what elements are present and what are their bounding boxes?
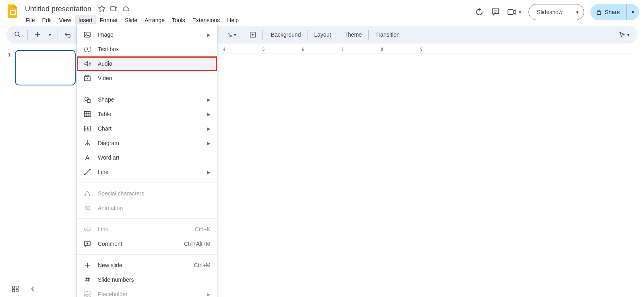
insert-menu-new-slide[interactable]: New slideCtrl+M <box>77 258 217 272</box>
menu-edit[interactable]: Edit <box>39 15 55 25</box>
menu-item-label: Link <box>98 226 188 233</box>
insert-menu-text-box[interactable]: Text box <box>77 42 217 56</box>
previous-slide-icon[interactable] <box>29 285 37 293</box>
ruler-tick: 8 <box>381 47 383 52</box>
image-icon <box>83 31 91 39</box>
star-icon[interactable] <box>98 5 106 13</box>
search-menus-button[interactable] <box>11 28 24 41</box>
menu-arrange[interactable]: Arrange <box>141 15 168 25</box>
insert-menu-word-art[interactable]: Word art <box>77 150 217 165</box>
ruler-tick: 9 <box>420 47 423 52</box>
toolbar-transition-button[interactable]: Transition <box>370 28 405 41</box>
new-slide-plus-button[interactable] <box>31 28 44 41</box>
menu-item-label: Diagram <box>98 140 201 146</box>
insert-menu-video[interactable]: Video <box>77 71 217 85</box>
menu-item-label: Animation <box>98 205 211 211</box>
submenu-arrow-icon: ▶ <box>207 127 211 131</box>
ruler-tick: 6 <box>302 47 304 52</box>
menu-file[interactable]: File <box>23 15 38 25</box>
slideshow-button[interactable]: Slideshow <box>529 4 571 20</box>
insert-menu-image[interactable]: Image▶ <box>77 27 217 42</box>
line-icon <box>83 168 91 176</box>
toolbar-layout-button[interactable]: Layout <box>310 28 336 41</box>
menu-item-shortcut: Ctrl+M <box>194 262 211 268</box>
insert-menu-diagram[interactable]: Diagram▶ <box>77 136 217 150</box>
slideshow-dropdown[interactable]: ▼ <box>571 4 584 20</box>
wordart-icon <box>83 154 91 162</box>
menu-item-label: Image <box>98 31 201 38</box>
insert-menu-audio[interactable]: Audio <box>77 56 217 71</box>
menu-item-label: Special characters <box>98 190 211 197</box>
insert-menu-slide-numbers[interactable]: Slide numbers <box>77 272 217 287</box>
insert-menu-chart[interactable]: Chart▶ <box>77 121 217 136</box>
ruler-tick: 5 <box>262 47 265 52</box>
menu-item-label: Table <box>98 111 201 117</box>
insert-menu-shape[interactable]: Shape▶ <box>77 92 217 107</box>
chart-icon <box>83 125 91 133</box>
version-history-icon[interactable] <box>475 7 484 17</box>
svg-rect-27 <box>11 11 15 14</box>
diagram-icon <box>83 139 91 147</box>
add-slide-button[interactable] <box>246 28 259 41</box>
menu-item-label: Placeholder <box>98 291 201 297</box>
menu-item-shortcut: Ctrl+K <box>195 226 211 233</box>
menu-item-label: Slide numbers <box>98 276 211 283</box>
menu-tools[interactable]: Tools <box>169 15 188 25</box>
plus-icon <box>83 261 91 269</box>
video-icon <box>83 74 91 82</box>
menu-insert[interactable]: Insert <box>75 15 96 25</box>
slide-filmstrip: 1 <box>0 46 80 293</box>
menu-item-label: Shape <box>98 96 201 103</box>
share-dropdown[interactable]: ▼ <box>626 4 639 20</box>
menu-help[interactable]: Help <box>224 15 242 25</box>
document-title[interactable]: Untitled presentation <box>23 4 94 14</box>
submenu-arrow-icon: ▶ <box>207 292 211 297</box>
slides-logo[interactable] <box>5 3 21 19</box>
comments-icon[interactable] <box>491 7 500 17</box>
slide-number: 1 <box>8 52 11 58</box>
comment-icon <box>83 240 91 248</box>
menu-item-label: Video <box>98 75 211 81</box>
meet-icon[interactable] <box>507 7 516 17</box>
insert-menu-line[interactable]: Line▶ <box>77 165 217 179</box>
insert-menu-placeholder: Placeholder▶ <box>77 287 217 297</box>
audio-icon <box>83 60 91 68</box>
hash-icon <box>83 276 91 284</box>
move-icon[interactable] <box>110 5 118 13</box>
menu-view[interactable]: View <box>56 15 74 25</box>
share-button[interactable]: Share <box>590 4 626 20</box>
link-icon <box>83 225 91 233</box>
line-tool-dropdown[interactable]: ↘▼ <box>225 28 239 41</box>
animation-icon <box>83 204 91 212</box>
menu-item-label: Text box <box>98 46 211 52</box>
menu-item-label: New slide <box>98 262 187 268</box>
menu-item-shortcut: Ctrl+Alt+M <box>184 241 211 247</box>
insert-menu-table[interactable]: Table▶ <box>77 107 217 121</box>
submenu-arrow-icon: ▶ <box>207 33 211 37</box>
menu-item-label: Audio <box>98 60 211 67</box>
submenu-arrow-icon: ▶ <box>207 112 211 116</box>
ruler-tick: 4 <box>223 47 225 52</box>
insert-menu-animation: Animation <box>77 201 217 215</box>
ruler-tick: 7 <box>341 47 344 52</box>
menu-extensions[interactable]: Extensions <box>189 15 223 25</box>
grid-view-icon[interactable] <box>11 285 19 293</box>
slide-thumbnail-1[interactable] <box>15 50 76 85</box>
table-icon <box>83 110 91 118</box>
menu-format[interactable]: Format <box>97 15 121 25</box>
cloud-status-icon[interactable] <box>122 5 130 13</box>
submenu-arrow-icon: ▶ <box>207 98 211 102</box>
undo-button[interactable] <box>61 28 74 41</box>
menu-item-label: Chart <box>98 125 201 132</box>
toolbar-theme-button[interactable]: Theme <box>340 28 367 41</box>
share-label: Share <box>605 9 620 15</box>
new-slide-dropdown[interactable]: ▼ <box>45 28 54 41</box>
pointer-mode-button[interactable]: ▼ <box>616 28 633 41</box>
meet-dropdown-caret[interactable]: ▼ <box>518 10 522 15</box>
menu-slide[interactable]: Slide <box>122 15 140 25</box>
insert-menu-dropdown: Image▶Text boxAudioVideoShape▶Table▶Char… <box>77 24 217 297</box>
menubar: FileEditViewInsertFormatSlideArrangeTool… <box>23 15 242 25</box>
insert-menu-comment[interactable]: CommentCtrl+Alt+M <box>77 237 217 251</box>
toolbar-background-button[interactable]: Background <box>266 28 306 41</box>
insert-menu-special-characters: Special characters <box>77 186 217 201</box>
